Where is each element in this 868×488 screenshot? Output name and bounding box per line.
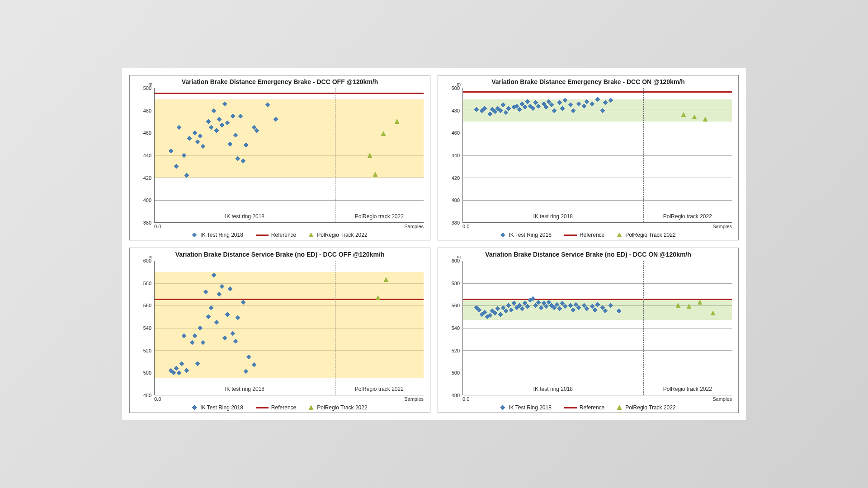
svg-marker-4 [184, 173, 189, 178]
svg-marker-44 [504, 110, 508, 115]
legend-item-polregio: PolRegio Track 2022 [617, 232, 675, 238]
svg-marker-67 [582, 104, 586, 108]
triangle-icon [309, 232, 314, 238]
data-point-ik [531, 106, 535, 111]
svg-marker-145 [563, 304, 567, 309]
data-point-ik [236, 156, 240, 161]
svg-marker-34 [309, 233, 313, 237]
data-point-ik [222, 102, 227, 106]
page: Variation Brake Distance Emergency Brake… [0, 0, 868, 488]
data-point-polregio [703, 117, 708, 122]
svg-marker-84 [182, 333, 186, 338]
data-point-ik [265, 103, 270, 107]
chart-title: Variation Brake Distance Service Brake (… [444, 250, 732, 261]
svg-marker-28 [274, 117, 278, 122]
gridline [463, 283, 732, 284]
gridline [155, 200, 424, 201]
svg-marker-147 [571, 308, 576, 312]
data-point-ik [504, 110, 508, 115]
data-point-ik [582, 104, 586, 108]
data-point-ik [246, 355, 251, 359]
data-point-ik [531, 296, 535, 301]
data-point-ik [214, 320, 219, 324]
data-point-ik [536, 104, 541, 108]
svg-marker-15 [220, 123, 224, 127]
svg-marker-37 [482, 106, 487, 111]
svg-marker-85 [184, 368, 189, 373]
svg-marker-81 [174, 366, 179, 371]
plot-wrap: m380400420440460480500IK test ring 2018P… [136, 88, 424, 223]
data-point-polregio [384, 277, 388, 282]
gridline [155, 350, 424, 351]
chart-title: Variation Brake Distance Emergency Brake… [444, 77, 732, 88]
data-point-ik [201, 144, 205, 149]
y-tick: 500 [143, 85, 151, 91]
x-axis-row: 0.0Samples [136, 223, 424, 229]
svg-marker-10 [206, 119, 211, 124]
plot-area: IK test ring 2018PolRegio track 2022 [154, 88, 424, 223]
svg-marker-88 [195, 361, 200, 366]
gridline [155, 178, 424, 178]
svg-marker-30 [373, 172, 377, 177]
y-tick: 440 [452, 153, 460, 158]
line-icon [256, 235, 269, 236]
data-point-ik [493, 311, 497, 315]
data-point-polregio [681, 113, 686, 117]
data-point-ik [495, 306, 500, 311]
svg-marker-70 [595, 97, 600, 102]
section-label-right: PolRegio track 2022 [355, 386, 404, 392]
data-point-ik [509, 308, 514, 312]
svg-marker-17 [225, 121, 230, 125]
data-point-ik [179, 361, 184, 366]
x-origin-label: 0.0 [154, 396, 161, 402]
legend: IK Test Ring 2018ReferencePolRegio Track… [136, 402, 424, 412]
data-point-ik [512, 301, 516, 305]
legend-label: IK Test Ring 2018 [200, 404, 243, 411]
svg-marker-151 [585, 306, 589, 311]
svg-marker-22 [238, 114, 243, 118]
y-axis: m480500520540560580600 [444, 261, 462, 395]
data-point-ik [488, 313, 492, 318]
data-point-ik [593, 308, 597, 312]
svg-marker-61 [557, 100, 562, 105]
svg-marker-29 [368, 153, 372, 158]
svg-marker-109 [384, 277, 388, 282]
data-point-ik [568, 103, 573, 107]
data-point-ik [609, 98, 613, 103]
chart-title: Variation Brake Distance Service Brake (… [136, 250, 424, 261]
data-point-ik [225, 312, 230, 317]
svg-marker-48 [517, 107, 522, 112]
plot-area: IK test ring 2018PolRegio track 2022 [154, 261, 424, 395]
reference-line [155, 93, 424, 94]
svg-marker-80 [171, 371, 176, 375]
data-point-ik [184, 173, 189, 178]
legend-item-polregio: PolRegio Track 2022 [617, 404, 675, 411]
svg-marker-65 [571, 108, 576, 113]
data-point-ik [523, 105, 527, 109]
data-point-ik [576, 102, 581, 106]
chart-panel-tr: Variation Brake Distance Emergency Brake… [438, 75, 739, 240]
data-point-ik [501, 103, 505, 107]
x-axis-label: Samples [404, 396, 424, 402]
svg-marker-16 [222, 102, 227, 106]
svg-marker-38 [488, 112, 492, 116]
svg-marker-74 [681, 113, 686, 117]
data-point-ik [560, 106, 565, 111]
svg-marker-71 [600, 108, 605, 113]
legend-label: PolRegio Track 2022 [317, 232, 367, 238]
diamond-icon [500, 405, 506, 410]
chart-panel-bl: Variation Brake Distance Service Brake (… [129, 248, 430, 413]
y-axis: m380400420440460480500 [136, 88, 154, 223]
y-tick: 500 [452, 370, 460, 375]
legend-item-polregio: PolRegio Track 2022 [309, 232, 367, 238]
legend-label: PolRegio Track 2022 [625, 232, 675, 238]
data-point-ik [209, 125, 213, 130]
svg-marker-129 [520, 306, 524, 311]
data-point-ik [544, 105, 548, 109]
data-point-polregio [692, 115, 697, 119]
svg-marker-96 [217, 292, 222, 296]
svg-marker-26 [255, 128, 259, 133]
data-point-ik [571, 108, 576, 113]
legend-label: PolRegio Track 2022 [317, 404, 367, 411]
data-point-ik [169, 149, 173, 153]
